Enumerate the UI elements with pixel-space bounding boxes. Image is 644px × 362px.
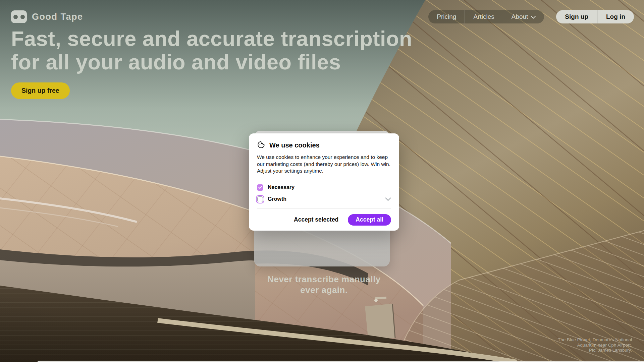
tape-reel-right: [20, 15, 25, 19]
cookie-dialog-body: We use cookies to enhance your experienc…: [257, 154, 391, 175]
log-in-button[interactable]: Log in: [597, 10, 634, 23]
cookie-option-necessary: Necessary: [257, 182, 391, 193]
cookie-dialog-title: We use cookies: [269, 141, 320, 149]
cookie-option-growth: Growth: [257, 193, 391, 205]
tape-reel-left: [13, 15, 18, 19]
dialog-actions: Accept selected Accept all: [257, 214, 391, 226]
photo-credit-line2: Aquarium near Cph Airport.: [577, 343, 632, 348]
cookie-consent-dialog: We use cookies We use cookies to enhance…: [249, 133, 399, 231]
auth-nav: Sign up Log in: [556, 10, 634, 23]
hero-heading: Fast, secure and accurate transcription …: [11, 27, 412, 74]
cookie-options: Necessary Growth: [257, 179, 391, 208]
necessary-checkbox[interactable]: [257, 184, 263, 191]
main-nav: Pricing Articles About: [428, 10, 544, 23]
hero-heading-line2: for all your audio and video files: [11, 50, 341, 74]
sign-up-free-button[interactable]: Sign up free: [11, 82, 70, 99]
photo-credit: The Blue Planet, Denmark's National Aqua…: [558, 337, 632, 353]
chevron-down-icon: [531, 13, 536, 20]
growth-checkbox[interactable]: [257, 196, 263, 202]
tagline: Never transcribe manually ever again.: [249, 274, 399, 295]
growth-label: Growth: [268, 196, 286, 202]
brand-name: Good Tape: [32, 12, 83, 22]
nav-item-about-label: About: [512, 13, 528, 20]
chevron-down-icon[interactable]: [385, 197, 391, 201]
page: Good Tape Pricing Articles About Sign up…: [0, 0, 644, 362]
cookie-icon: [257, 140, 265, 150]
nav-item-pricing[interactable]: Pricing: [428, 10, 465, 23]
necessary-label: Necessary: [268, 184, 294, 190]
accept-all-button[interactable]: Accept all: [348, 214, 391, 226]
dialog-divider-bottom: [257, 208, 391, 208]
cassette-tape-icon: [11, 10, 27, 23]
nav-item-articles[interactable]: Articles: [465, 10, 503, 23]
cookie-dialog-header: We use cookies: [257, 140, 391, 150]
nav-group: Pricing Articles About Sign up Log in: [428, 10, 634, 23]
header: Good Tape Pricing Articles About Sign up…: [11, 9, 634, 24]
hero-heading-line1: Fast, secure and accurate transcription: [11, 27, 412, 50]
tagline-line2: ever again.: [300, 285, 347, 295]
tagline-line1: Never transcribe manually: [267, 274, 381, 284]
brand-logo[interactable]: Good Tape: [11, 10, 83, 23]
photo-credit-line3: Pic: James Lansbury.: [589, 348, 632, 353]
accept-selected-button[interactable]: Accept selected: [294, 216, 338, 223]
sign-up-button[interactable]: Sign up: [556, 10, 597, 23]
nav-item-about[interactable]: About: [503, 10, 544, 23]
photo-credit-line1: The Blue Planet, Denmark's National: [558, 337, 632, 342]
next-section-edge: [38, 361, 644, 362]
